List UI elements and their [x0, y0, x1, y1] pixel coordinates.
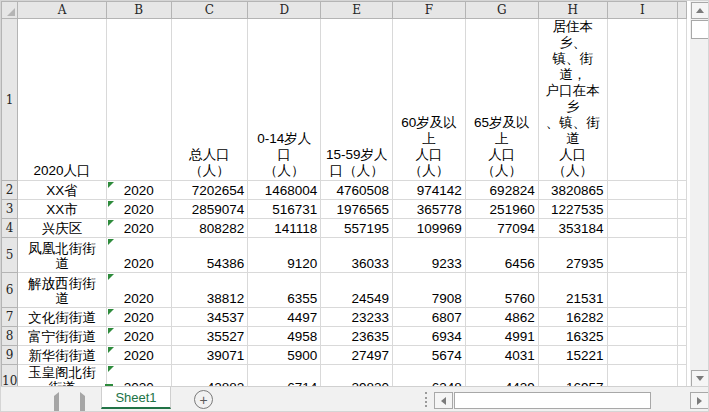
cell-B3[interactable]: 2020 [106, 200, 171, 219]
cell-B5[interactable]: 2020 [106, 238, 171, 273]
cell-H6[interactable]: 21531 [538, 273, 607, 308]
row-header-4[interactable]: 4 [2, 219, 18, 238]
cell-C7[interactable]: 34537 [171, 308, 248, 327]
cell-H1[interactable]: 居住本乡、 镇、街道， 户口在本乡 、镇、街道 人口（人） [538, 19, 607, 181]
column-header-I[interactable]: I [607, 2, 677, 19]
cell-J1[interactable] [677, 19, 686, 181]
column-header-G[interactable]: G [465, 2, 538, 19]
cell-H10[interactable]: 16957 [538, 365, 607, 387]
select-all-button[interactable] [2, 2, 18, 19]
cell-D3[interactable]: 516731 [248, 200, 321, 219]
column-header-H[interactable]: H [538, 2, 607, 19]
cell-G5[interactable]: 6456 [465, 238, 538, 273]
cell-E2[interactable]: 4760508 [321, 181, 393, 200]
cell-G7[interactable]: 4862 [465, 308, 538, 327]
cell-H3[interactable]: 1227535 [538, 200, 607, 219]
column-header-D[interactable]: D [248, 2, 321, 19]
cell-H4[interactable]: 353184 [538, 219, 607, 238]
column-header-C[interactable]: C [171, 2, 248, 19]
vertical-scrollbar[interactable] [690, 1, 709, 388]
cell-E1[interactable]: 15-59岁人 口（人） [321, 19, 393, 181]
tab-sheet1[interactable]: Sheet1 [101, 387, 171, 409]
add-sheet-button[interactable]: + [194, 390, 213, 409]
row-header-7[interactable]: 7 [2, 308, 18, 327]
cell-F5[interactable]: 9233 [393, 238, 466, 273]
cell-F10[interactable]: 6348 [393, 365, 466, 387]
cell-A8[interactable]: 富宁街街道 [18, 327, 107, 346]
cell-B4[interactable]: 2020 [106, 219, 171, 238]
cell-J9[interactable] [677, 346, 686, 365]
cell-D9[interactable]: 5900 [248, 346, 321, 365]
cell-D7[interactable]: 4497 [248, 308, 321, 327]
cell-I3[interactable] [607, 200, 677, 219]
cell-J5[interactable] [677, 238, 686, 273]
cell-G9[interactable]: 4031 [465, 346, 538, 365]
tab-scrollbar-splitter-handle[interactable] [425, 392, 428, 407]
cell-J8[interactable] [677, 327, 686, 346]
cell-J2[interactable] [677, 181, 686, 200]
cell-E3[interactable]: 1976565 [321, 200, 393, 219]
cell-D4[interactable]: 141118 [248, 219, 321, 238]
cell-F2[interactable]: 974142 [393, 181, 466, 200]
cell-E4[interactable]: 557195 [321, 219, 393, 238]
cell-B2[interactable]: 2020 [106, 181, 171, 200]
column-header-F[interactable]: F [393, 2, 466, 19]
cell-G1[interactable]: 65岁及以上 人口（人） [465, 19, 538, 181]
column-header-B[interactable]: B [106, 2, 171, 19]
cell-G10[interactable]: 4439 [465, 365, 538, 387]
cell-A1[interactable]: 2020人口 [18, 19, 107, 181]
cell-I1[interactable] [607, 19, 677, 181]
cell-I5[interactable] [607, 238, 677, 273]
scroll-down-button[interactable] [691, 370, 709, 387]
cell-A4[interactable]: 兴庆区 [18, 219, 107, 238]
cell-D5[interactable]: 9120 [248, 238, 321, 273]
cell-I10[interactable] [607, 365, 677, 387]
vertical-scroll-thumb[interactable] [691, 20, 709, 39]
cell-A5[interactable]: 凤凰北街街 道 [18, 238, 107, 273]
row-header-3[interactable]: 3 [2, 200, 18, 219]
cell-B9[interactable]: 2020 [106, 346, 171, 365]
scroll-left-button[interactable] [434, 392, 453, 409]
column-header-partial[interactable] [677, 2, 686, 19]
cell-B6[interactable]: 2020 [106, 273, 171, 308]
cell-J4[interactable] [677, 219, 686, 238]
cell-C6[interactable]: 38812 [171, 273, 248, 308]
cell-A3[interactable]: XX市 [18, 200, 107, 219]
cell-F9[interactable]: 5674 [393, 346, 466, 365]
cell-B7[interactable]: 2020 [106, 308, 171, 327]
cell-C9[interactable]: 39071 [171, 346, 248, 365]
scroll-right-button[interactable] [690, 392, 709, 409]
cell-D6[interactable]: 6355 [248, 273, 321, 308]
cell-H5[interactable]: 27935 [538, 238, 607, 273]
cell-E7[interactable]: 23233 [321, 308, 393, 327]
cell-F3[interactable]: 365778 [393, 200, 466, 219]
cell-C2[interactable]: 7202654 [171, 181, 248, 200]
cell-D1[interactable]: 0-14岁人口 （人） [248, 19, 321, 181]
cell-A6[interactable]: 解放西街街 道 [18, 273, 107, 308]
cell-F7[interactable]: 6807 [393, 308, 466, 327]
row-header-5[interactable]: 5 [2, 238, 18, 273]
cell-A7[interactable]: 文化街街道 [18, 308, 107, 327]
cell-C4[interactable]: 808282 [171, 219, 248, 238]
cell-G4[interactable]: 77094 [465, 219, 538, 238]
cell-C1[interactable]: 总人口 （人） [171, 19, 248, 181]
cell-A9[interactable]: 新华街街道 [18, 346, 107, 365]
cell-C3[interactable]: 2859074 [171, 200, 248, 219]
row-header-8[interactable]: 8 [2, 327, 18, 346]
cell-G8[interactable]: 4991 [465, 327, 538, 346]
cell-H7[interactable]: 16282 [538, 308, 607, 327]
cell-E9[interactable]: 27497 [321, 346, 393, 365]
cell-J6[interactable] [677, 273, 686, 308]
cell-B8[interactable]: 2020 [106, 327, 171, 346]
cell-I9[interactable] [607, 346, 677, 365]
cell-I6[interactable] [607, 273, 677, 308]
cell-B1[interactable] [106, 19, 171, 181]
cell-F8[interactable]: 6934 [393, 327, 466, 346]
cell-C10[interactable]: 42882 [171, 365, 248, 387]
cell-J7[interactable] [677, 308, 686, 327]
next-sheet-button[interactable] [80, 396, 85, 412]
cell-G2[interactable]: 692824 [465, 181, 538, 200]
cell-C8[interactable]: 35527 [171, 327, 248, 346]
cell-A2[interactable]: XX省 [18, 181, 107, 200]
row-header-6[interactable]: 6 [2, 273, 18, 308]
